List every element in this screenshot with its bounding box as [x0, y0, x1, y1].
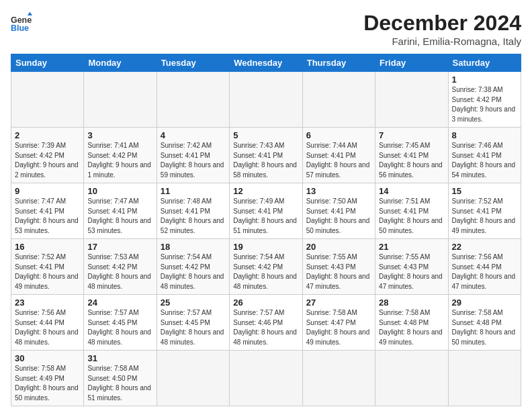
- title-block: December 2024 Farini, Emilia-Romagna, It…: [363, 11, 521, 47]
- day-info: Sunrise: 7:52 AMSunset: 4:41 PMDaylight:…: [452, 197, 516, 234]
- col-wednesday: Wednesday: [230, 54, 302, 72]
- day-info: Sunrise: 7:46 AMSunset: 4:41 PMDaylight:…: [452, 142, 516, 179]
- col-tuesday: Tuesday: [157, 54, 229, 72]
- svg-text:Blue: Blue: [11, 24, 29, 32]
- calendar-cell: 14Sunrise: 7:51 AMSunset: 4:41 PMDayligh…: [375, 183, 448, 239]
- day-info: Sunrise: 7:56 AMSunset: 4:44 PMDaylight:…: [452, 253, 516, 290]
- calendar-cell: 9Sunrise: 7:47 AMSunset: 4:41 PMDaylight…: [11, 183, 84, 239]
- day-number: 13: [306, 186, 371, 196]
- col-thursday: Thursday: [302, 54, 375, 72]
- day-number: 19: [233, 242, 298, 252]
- day-number: 27: [306, 298, 371, 308]
- col-monday: Monday: [84, 54, 157, 72]
- day-number: 24: [87, 298, 152, 308]
- calendar-cell: 10Sunrise: 7:47 AMSunset: 4:41 PMDayligh…: [84, 183, 157, 239]
- day-number: 1: [452, 75, 517, 85]
- col-sunday: Sunday: [11, 54, 84, 72]
- calendar-cell: [375, 72, 448, 128]
- day-info: Sunrise: 7:48 AMSunset: 4:41 PMDaylight:…: [161, 197, 224, 234]
- day-info: Sunrise: 7:57 AMSunset: 4:45 PMDaylight:…: [87, 309, 151, 346]
- calendar-cell: 20Sunrise: 7:55 AMSunset: 4:43 PMDayligh…: [302, 239, 375, 295]
- calendar-cell: [84, 72, 157, 128]
- calendar-container: General Blue December 2024 Farini, Emili…: [0, 0, 532, 411]
- day-info: Sunrise: 7:58 AMSunset: 4:48 PMDaylight:…: [452, 309, 516, 346]
- calendar-cell: 13Sunrise: 7:50 AMSunset: 4:41 PMDayligh…: [302, 183, 375, 239]
- calendar-cell: 8Sunrise: 7:46 AMSunset: 4:41 PMDaylight…: [448, 128, 521, 183]
- day-info: Sunrise: 7:52 AMSunset: 4:41 PMDaylight:…: [15, 253, 79, 290]
- day-info: Sunrise: 7:53 AMSunset: 4:42 PMDaylight:…: [87, 253, 151, 290]
- day-info: Sunrise: 7:51 AMSunset: 4:41 PMDaylight:…: [379, 197, 443, 234]
- svg-marker-2: [28, 12, 32, 15]
- day-number: 18: [161, 242, 226, 252]
- calendar-cell: 26Sunrise: 7:57 AMSunset: 4:46 PMDayligh…: [230, 295, 302, 351]
- calendar-cell: [302, 72, 375, 128]
- calendar-cell: [230, 351, 302, 406]
- calendar-cell: [157, 72, 229, 128]
- location: Farini, Emilia-Romagna, Italy: [363, 36, 521, 47]
- day-info: Sunrise: 7:55 AMSunset: 4:43 PMDaylight:…: [379, 253, 443, 290]
- calendar-cell: [448, 351, 521, 406]
- calendar-cell: [230, 72, 302, 128]
- calendar-cell: [157, 351, 229, 406]
- day-info: Sunrise: 7:57 AMSunset: 4:46 PMDaylight:…: [233, 309, 297, 346]
- calendar-cell: 21Sunrise: 7:55 AMSunset: 4:43 PMDayligh…: [375, 239, 448, 295]
- day-number: 10: [87, 186, 152, 196]
- table-row: 1Sunrise: 7:38 AMSunset: 4:42 PMDaylight…: [11, 72, 521, 128]
- day-number: 30: [15, 353, 80, 363]
- day-number: 5: [233, 130, 298, 140]
- calendar-cell: 11Sunrise: 7:48 AMSunset: 4:41 PMDayligh…: [157, 183, 229, 239]
- calendar-cell: 6Sunrise: 7:44 AMSunset: 4:41 PMDaylight…: [302, 128, 375, 183]
- day-number: 16: [15, 242, 80, 252]
- day-info: Sunrise: 7:43 AMSunset: 4:41 PMDaylight:…: [233, 142, 297, 179]
- calendar-cell: 1Sunrise: 7:38 AMSunset: 4:42 PMDaylight…: [448, 72, 521, 128]
- day-number: 14: [379, 186, 444, 196]
- calendar-table: Sunday Monday Tuesday Wednesday Thursday…: [11, 54, 521, 406]
- col-friday: Friday: [375, 54, 448, 72]
- table-row: 2Sunrise: 7:39 AMSunset: 4:42 PMDaylight…: [11, 128, 521, 183]
- day-info: Sunrise: 7:58 AMSunset: 4:49 PMDaylight:…: [15, 365, 79, 402]
- day-number: 4: [161, 130, 226, 140]
- day-info: Sunrise: 7:58 AMSunset: 4:50 PMDaylight:…: [87, 365, 151, 402]
- calendar-cell: 27Sunrise: 7:58 AMSunset: 4:47 PMDayligh…: [302, 295, 375, 351]
- day-number: 26: [233, 298, 298, 308]
- calendar-cell: 5Sunrise: 7:43 AMSunset: 4:41 PMDaylight…: [230, 128, 302, 183]
- calendar-cell: [302, 351, 375, 406]
- calendar-cell: 22Sunrise: 7:56 AMSunset: 4:44 PMDayligh…: [448, 239, 521, 295]
- day-info: Sunrise: 7:50 AMSunset: 4:41 PMDaylight:…: [306, 197, 370, 234]
- day-info: Sunrise: 7:45 AMSunset: 4:41 PMDaylight:…: [379, 142, 443, 179]
- day-info: Sunrise: 7:41 AMSunset: 4:42 PMDaylight:…: [87, 142, 151, 179]
- calendar-cell: 12Sunrise: 7:49 AMSunset: 4:41 PMDayligh…: [230, 183, 302, 239]
- calendar-cell: 31Sunrise: 7:58 AMSunset: 4:50 PMDayligh…: [84, 351, 157, 406]
- day-info: Sunrise: 7:57 AMSunset: 4:45 PMDaylight:…: [161, 309, 224, 346]
- calendar-cell: 17Sunrise: 7:53 AMSunset: 4:42 PMDayligh…: [84, 239, 157, 295]
- day-info: Sunrise: 7:42 AMSunset: 4:41 PMDaylight:…: [161, 142, 224, 179]
- day-number: 20: [306, 242, 371, 252]
- calendar-cell: 3Sunrise: 7:41 AMSunset: 4:42 PMDaylight…: [84, 128, 157, 183]
- table-row: 9Sunrise: 7:47 AMSunset: 4:41 PMDaylight…: [11, 183, 521, 239]
- day-number: 11: [161, 186, 226, 196]
- logo: General Blue: [11, 11, 34, 32]
- day-info: Sunrise: 7:39 AMSunset: 4:42 PMDaylight:…: [15, 142, 79, 179]
- header: General Blue December 2024 Farini, Emili…: [11, 11, 521, 47]
- day-number: 31: [87, 353, 152, 363]
- col-saturday: Saturday: [448, 54, 521, 72]
- day-info: Sunrise: 7:58 AMSunset: 4:47 PMDaylight:…: [306, 309, 370, 346]
- logo-icon: General Blue: [11, 11, 32, 32]
- day-info: Sunrise: 7:54 AMSunset: 4:42 PMDaylight:…: [233, 253, 297, 290]
- day-number: 25: [161, 298, 226, 308]
- calendar-cell: 19Sunrise: 7:54 AMSunset: 4:42 PMDayligh…: [230, 239, 302, 295]
- day-number: 8: [452, 130, 517, 140]
- day-info: Sunrise: 7:38 AMSunset: 4:42 PMDaylight:…: [452, 86, 516, 123]
- calendar-cell: [375, 351, 448, 406]
- calendar-cell: 29Sunrise: 7:58 AMSunset: 4:48 PMDayligh…: [448, 295, 521, 351]
- day-number: 23: [15, 298, 80, 308]
- header-row: Sunday Monday Tuesday Wednesday Thursday…: [11, 54, 521, 72]
- day-info: Sunrise: 7:56 AMSunset: 4:44 PMDaylight:…: [15, 309, 79, 346]
- calendar-cell: 28Sunrise: 7:58 AMSunset: 4:48 PMDayligh…: [375, 295, 448, 351]
- day-number: 17: [87, 242, 152, 252]
- day-number: 29: [452, 298, 517, 308]
- day-number: 12: [233, 186, 298, 196]
- day-info: Sunrise: 7:47 AMSunset: 4:41 PMDaylight:…: [87, 197, 151, 234]
- day-info: Sunrise: 7:54 AMSunset: 4:42 PMDaylight:…: [161, 253, 224, 290]
- calendar-cell: 16Sunrise: 7:52 AMSunset: 4:41 PMDayligh…: [11, 239, 84, 295]
